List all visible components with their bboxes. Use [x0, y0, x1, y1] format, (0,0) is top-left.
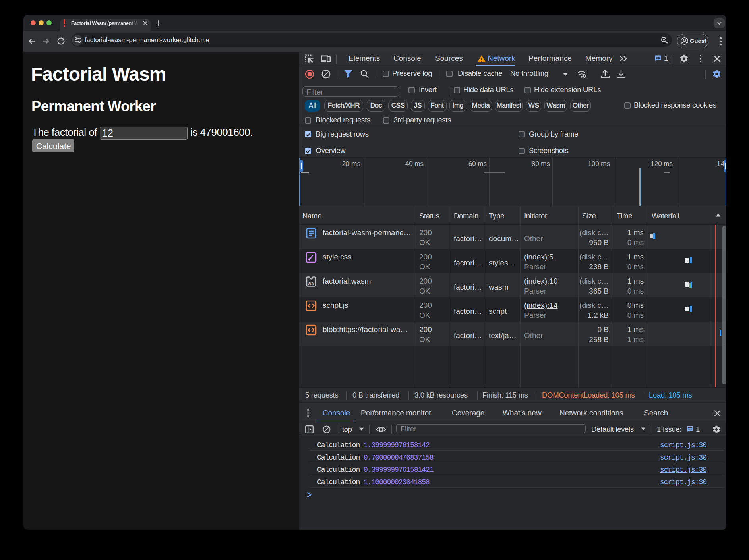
- svg-text:WA: WA: [308, 282, 314, 286]
